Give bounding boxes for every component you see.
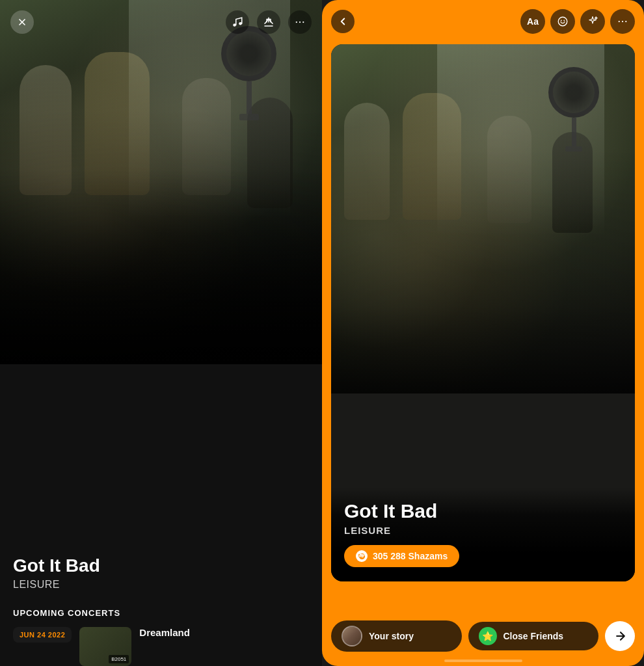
share-bar: Your story ⭐ Close Friends xyxy=(331,620,635,652)
shazam-logo xyxy=(356,550,368,562)
phone-frame: Got It Bad LEISURE 305 288 Shazams xyxy=(331,44,635,581)
close-button[interactable] xyxy=(10,10,34,34)
svg-point-10 xyxy=(625,21,626,22)
svg-point-9 xyxy=(622,21,623,22)
text-aa-label: Aa xyxy=(527,16,539,27)
music-queue-button[interactable] xyxy=(226,10,249,34)
back-button[interactable] xyxy=(331,10,355,33)
your-story-button[interactable]: Your story xyxy=(331,620,462,652)
svg-point-3 xyxy=(299,21,301,23)
svg-point-4 xyxy=(302,21,304,23)
left-panel: Got It Bad LEISURE ◎ 305 288 Shazams Spo… xyxy=(0,0,322,666)
close-friends-button[interactable]: ⭐ Close Friends xyxy=(468,622,599,650)
more-options-button[interactable] xyxy=(288,10,312,34)
concert-date-text: JUN 24 2022 xyxy=(20,631,65,639)
top-right-icons xyxy=(226,10,312,34)
concert-date: JUN 24 2022 xyxy=(13,627,72,643)
text-style-button[interactable]: Aa xyxy=(520,9,545,34)
concert-info: Dreamland xyxy=(139,627,309,638)
svg-point-2 xyxy=(296,21,297,23)
home-indicator xyxy=(444,659,522,662)
song-title-right: Got It Bad xyxy=(344,500,622,522)
svg-point-8 xyxy=(619,21,620,22)
band-photo-left xyxy=(0,0,322,364)
story-avatar xyxy=(342,626,362,646)
upcoming-section: UPCOMING CONCERTS JUN 24 2022 B2051 Drea… xyxy=(0,595,322,666)
venue-name: Dreamland xyxy=(139,627,309,638)
upcoming-title: UPCOMING CONCERTS xyxy=(13,608,309,618)
more-options-right-button[interactable] xyxy=(610,9,635,34)
right-top-icons: Aa xyxy=(520,9,635,34)
right-panel: Aa xyxy=(322,0,644,666)
venue-badge: B2051 xyxy=(109,655,129,663)
shazams-pill-text: 305 288 Shazams xyxy=(373,551,448,561)
artist-name-right: LEISURE xyxy=(344,525,622,536)
svg-point-5 xyxy=(558,17,567,26)
close-friends-label: Close Friends xyxy=(503,631,564,641)
sticker-button[interactable] xyxy=(550,9,575,34)
close-friends-icon: ⭐ xyxy=(479,627,497,645)
concert-item[interactable]: JUN 24 2022 B2051 Dreamland xyxy=(13,627,309,666)
band-photo-right xyxy=(331,44,635,393)
svg-point-1 xyxy=(239,22,242,25)
song-title: Got It Bad xyxy=(13,555,309,576)
shazams-pill-button[interactable]: 305 288 Shazams xyxy=(344,545,459,567)
right-top-bar: Aa xyxy=(331,9,635,34)
sparkle-button[interactable] xyxy=(580,9,605,34)
concert-venue-image: B2051 xyxy=(79,627,131,666)
story-label: Your story xyxy=(369,631,414,641)
svg-point-7 xyxy=(563,20,565,21)
left-top-bar xyxy=(10,10,312,34)
song-card: Got It Bad LEISURE 305 288 Shazams xyxy=(331,487,635,581)
share-button[interactable] xyxy=(257,10,280,34)
svg-point-6 xyxy=(561,20,562,21)
artist-name: LEISURE xyxy=(13,579,309,591)
svg-point-0 xyxy=(233,23,236,27)
send-button[interactable] xyxy=(605,621,635,651)
